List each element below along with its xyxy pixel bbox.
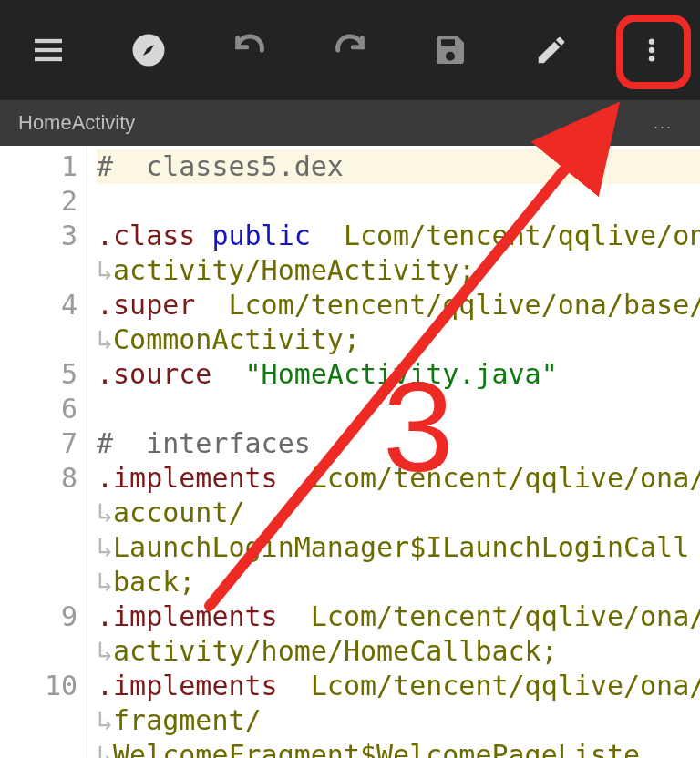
line-number: 4 [0, 288, 77, 323]
code-line: # interfaces [97, 426, 700, 461]
line-number: 6 [0, 392, 77, 426]
code-line: # classes5.dex [97, 149, 700, 184]
line-number [0, 323, 77, 357]
line-number: 2 [0, 184, 77, 219]
code-line: ↳account/ [97, 496, 700, 530]
code-line: .class public Lcom/tencent/qqlive/ona/ [97, 219, 700, 253]
line-number [0, 634, 77, 669]
line-number [0, 703, 77, 738]
code-line: .implements Lcom/tencent/qqlive/ona/ [97, 599, 700, 634]
line-number [0, 565, 77, 599]
toolbar [0, 0, 700, 100]
code-line: ↳activity/home/HomeCallback; [97, 634, 700, 669]
code-line: ↳LaunchLoginManager$ILaunchLoginCall [97, 530, 700, 565]
code-line: .implements Lcom/tencent/qqlive/ona/ [97, 461, 700, 496]
svg-point-7 [649, 56, 654, 61]
more-vert-icon [637, 32, 666, 68]
edit-icon [534, 33, 569, 67]
line-number [0, 496, 77, 530]
code-line: ↳activity/HomeActivity; [97, 253, 700, 288]
code-content[interactable]: # classes5.dex.class public Lcom/tencent… [88, 146, 700, 758]
line-number: 7 [0, 426, 77, 461]
tab-more-button[interactable]: ... [644, 108, 682, 138]
redo-icon [329, 32, 371, 68]
code-line: ↳CommonActivity; [97, 323, 700, 357]
code-line [97, 392, 700, 426]
code-line: ↳back; [97, 565, 700, 599]
line-number: 3 [0, 219, 77, 253]
code-line: .implements Lcom/tencent/qqlive/ona/ [97, 669, 700, 703]
menu-icon [30, 32, 67, 68]
save-icon [432, 32, 468, 68]
edit-button[interactable] [520, 18, 583, 82]
line-number: 10 [0, 669, 77, 703]
code-line: .source "HomeActivity.java" [97, 357, 700, 392]
code-line: ↳fragment/ [97, 703, 700, 738]
undo-icon [229, 32, 271, 68]
line-number: 1 [0, 149, 77, 184]
undo-button[interactable] [218, 18, 282, 82]
line-number: 9 [0, 599, 77, 634]
line-number [0, 738, 77, 758]
line-number [0, 253, 77, 288]
code-line: .super Lcom/tencent/qqlive/ona/base/ [97, 288, 700, 323]
compass-icon [129, 31, 168, 69]
svg-point-6 [649, 47, 654, 53]
line-number: 5 [0, 357, 77, 392]
explore-button[interactable] [117, 18, 180, 82]
tab-title[interactable]: HomeActivity [18, 111, 135, 135]
redo-button[interactable] [318, 18, 382, 82]
line-number: 8 [0, 461, 77, 496]
line-number-gutter: 12345678910 [0, 146, 88, 758]
save-button[interactable] [418, 18, 482, 82]
code-line: ↳WelcomeFragment$WelcomePageListe [97, 738, 700, 758]
code-line [97, 184, 700, 219]
more-button[interactable] [620, 18, 684, 82]
line-number [0, 530, 77, 565]
tab-bar: HomeActivity ... [0, 100, 700, 146]
menu-button[interactable] [16, 18, 80, 82]
svg-point-5 [649, 38, 654, 44]
code-editor[interactable]: 12345678910 # classes5.dex.class public … [0, 146, 700, 758]
